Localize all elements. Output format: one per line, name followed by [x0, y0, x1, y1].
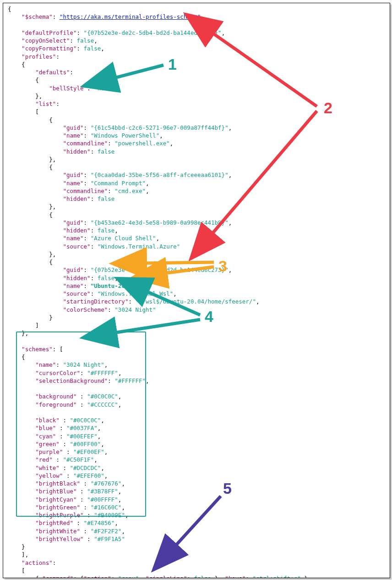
scheme-foreground: #CCCCCC — [91, 401, 115, 408]
action0-keys: ctrl+shift+c — [256, 575, 297, 578]
profile3-name: Ubuntu-20.04 — [94, 282, 135, 289]
scheme-brightPurple: #B4009E — [98, 512, 122, 519]
scheme-name: 3024 Night — [66, 361, 101, 368]
scheme-cursorColor: #FFFFFF — [91, 370, 115, 376]
scheme-background: #0C0C0C — [91, 393, 115, 400]
scheme-brightYellow: #F9F1A5 — [98, 536, 122, 542]
code-block: { "$schema": "https://aka.ms/terminal-pr… — [8, 5, 390, 578]
action0-extraval: false — [194, 575, 211, 578]
profile0-guid: {61c54bbd-c2c6-5271-96e7-009a87ff44bf} — [94, 124, 225, 131]
profile1-hidden: false — [98, 195, 115, 202]
scheme-red: #C50F1F — [66, 456, 91, 463]
scheme-blue: #0037FA — [70, 425, 94, 431]
profile3-colorscheme: 3024 Night — [118, 306, 152, 313]
profile1-name: Command Prompt — [94, 180, 142, 187]
scheme-brightRed: #E74856 — [87, 519, 111, 526]
scheme-selectionBackground: #FFFFFF — [118, 377, 142, 384]
scheme-brightCyan: #00FFFF — [91, 496, 115, 503]
profile2-guid: {b453ae62-4e3d-5e58-b989-0a998ec441b8} — [94, 219, 225, 226]
profile2-name: Azure Cloud Shell — [94, 235, 152, 242]
copy-on-select: false — [77, 37, 94, 44]
profile2-source: Windows.Terminal.Azure — [101, 243, 177, 250]
profile3-source: Windows.Terminal.Wsl — [101, 290, 170, 297]
scheme-yellow: #EFEF00 — [77, 472, 101, 479]
schema-url[interactable]: https://aka.ms/terminal-profiles-schema — [63, 13, 197, 20]
scheme-brightBlue: #3B78FF — [91, 488, 115, 495]
profile3-hidden: false — [98, 275, 115, 282]
scheme-purple: #EF00EF — [77, 448, 101, 455]
default-profile-guid: {07b52e3e-de2c-5db4-bd2d-ba144ed6c273} — [87, 29, 218, 36]
scheme-brightWhite: #F2F2F2 — [94, 528, 118, 535]
profile1-cmd: cmd.exe — [118, 188, 142, 194]
copy-formatting: false — [84, 45, 101, 52]
profile2-hidden: false — [98, 227, 115, 234]
scheme-cyan: #00EFEF — [70, 433, 94, 440]
profile0-cmd: powershell.exe — [118, 140, 166, 147]
profile0-name: Windows PowerShell — [94, 132, 156, 139]
bell-style: none — [98, 85, 111, 92]
page-container: { "$schema": "https://aka.ms/terminal-pr… — [3, 3, 390, 578]
profile3-guid: {07b52e3e-de2c-5db4-bd2d-ba144ed6c273} — [94, 266, 225, 273]
profile3-startdir: //wsl$/Ubuntu-20.04/home/sfeeser/ — [139, 298, 252, 305]
profile1-guid: {0caa0dad-35be-5f56-a8ff-afceeeaa6101} — [94, 171, 225, 178]
scheme-black: #0C0C0C — [73, 417, 98, 424]
profile0-hidden: false — [98, 148, 115, 155]
scheme-brightGreen: #16C60C — [94, 504, 118, 511]
scheme-green: #00FF00 — [73, 441, 98, 447]
scheme-brightBlack: #767676 — [94, 480, 118, 487]
action0-action: copy — [121, 575, 135, 578]
action0-extrakey: singleLine — [149, 575, 184, 578]
scheme-white: #DCDCDC — [73, 464, 98, 471]
